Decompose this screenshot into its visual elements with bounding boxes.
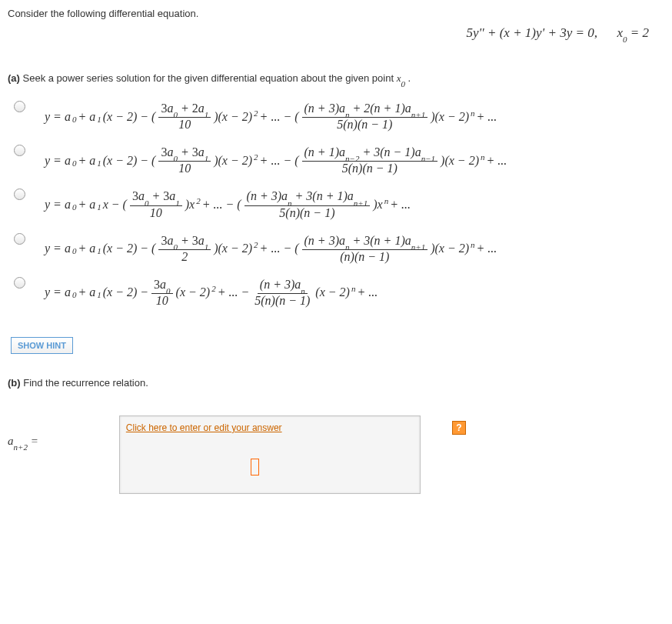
option-4[interactable]: y = a0 + a1(x − 2) − ( 3a0 + 3a12 )(x − … <box>8 234 664 264</box>
options-group: y = a0 + a1(x − 2) − ( 3a0 + 2a110 )(x −… <box>8 102 664 308</box>
radio-icon[interactable] <box>14 233 25 245</box>
part-b-header: (b) Find the recurrence relation. <box>8 377 664 389</box>
option-3[interactable]: y = a0 + a1x − ( 3a0 + 3a110 )x2 + ... −… <box>8 189 664 219</box>
option-5[interactable]: y = a0 + a1(x − 2) − 3a010 (x − 2)2 + ..… <box>8 278 664 308</box>
answer-input-box[interactable]: Click here to enter or edit your answer … <box>119 415 421 494</box>
radio-icon[interactable] <box>14 145 25 156</box>
math-cursor <box>251 459 259 476</box>
option-5-math: y = a0 + a1(x − 2) − 3a010 (x − 2)2 + ..… <box>45 278 378 308</box>
option-1-math: y = a0 + a1(x − 2) − ( 3a0 + 2a110 )(x −… <box>45 102 497 132</box>
option-3-math: y = a0 + a1x − ( 3a0 + 3a110 )x2 + ... −… <box>45 189 411 219</box>
option-1[interactable]: y = a0 + a1(x − 2) − ( 3a0 + 2a110 )(x −… <box>8 102 664 132</box>
radio-icon[interactable] <box>14 277 25 289</box>
option-2[interactable]: y = a0 + a1(x − 2) − ( 3a0 + 3a110 )(x −… <box>8 145 664 175</box>
show-hint-button[interactable]: SHOW HINT <box>11 337 73 354</box>
recurrence-lhs: an+2 = <box>8 435 38 449</box>
part-a-header: (a) Seek a power series solution for the… <box>8 72 664 86</box>
option-4-math: y = a0 + a1(x − 2) − ( 3a0 + 3a12 )(x − … <box>45 234 497 264</box>
problem-prompt: Consider the following differential equa… <box>8 8 664 19</box>
radio-icon[interactable] <box>14 189 25 200</box>
radio-icon[interactable] <box>14 101 25 112</box>
answer-edit-link[interactable]: Click here to enter or edit your answer <box>126 422 282 433</box>
differential-equation: 5y'' + (x + 1)y' + 3y = 0, x0 = 2 <box>8 25 664 42</box>
option-2-math: y = a0 + a1(x − 2) − ( 3a0 + 3a110 )(x −… <box>45 145 507 175</box>
help-icon[interactable]: ? <box>452 421 466 435</box>
